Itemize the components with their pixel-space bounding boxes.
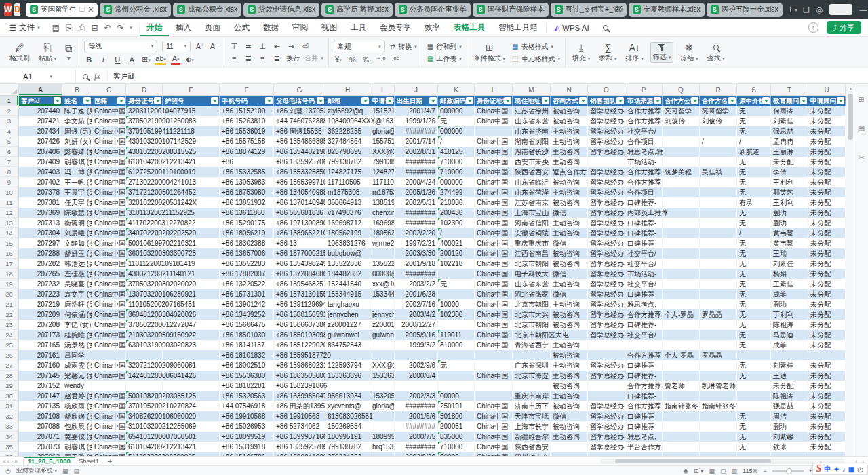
grid-cell-R5[interactable]: /	[700, 136, 737, 147]
column-header-H[interactable]: H	[326, 84, 370, 95]
grid-cell-J33[interactable]: ########	[395, 421, 438, 432]
grid-cell-G32[interactable]: +86 19910568	[274, 411, 326, 421]
grid-cell-T28[interactable]: 王迪	[771, 370, 808, 381]
grid-cell-F4[interactable]: +86 15538019	[220, 126, 274, 136]
grid-cell-T14[interactable]: 黄韦慧	[771, 228, 808, 238]
filter-dropdown-icon[interactable]	[728, 97, 736, 104]
grid-cell-P14[interactable]: 口碑推荐-	[625, 228, 663, 238]
grid-cell-K7[interactable]: 710000	[438, 157, 475, 167]
grid-cell-R23[interactable]	[700, 320, 737, 330]
grid-cell-B8[interactable]: 冯一博 (男	[62, 167, 92, 177]
align-left-icon[interactable]: ≡	[229, 54, 239, 63]
header-cell-H1[interactable]: 邮箱	[326, 96, 370, 106]
grid-cell-G14[interactable]: +86 1389652210	[274, 228, 326, 238]
grid-cell-F13[interactable]: +86 15290175	[220, 218, 274, 228]
grid-cell-L34[interactable]: China中国	[475, 432, 513, 442]
grid-cell-C26[interactable]	[92, 350, 126, 360]
grid-cell-L24[interactable]: China中国	[475, 330, 513, 340]
grid-cell-S27[interactable]: 无	[737, 360, 771, 370]
grid-cell-J18[interactable]: ########	[395, 269, 438, 279]
grid-cell-B11[interactable]: 任天宇 (女	[62, 197, 92, 208]
grid-cell-N7[interactable]: 主动咨询	[551, 157, 588, 167]
column-header-N[interactable]: N	[551, 84, 588, 95]
grid-cell-J29[interactable]	[395, 381, 438, 391]
grid-cell-B4[interactable]: 周煜 (男)	[62, 126, 92, 136]
grid-cell-M26[interactable]	[513, 350, 551, 360]
grid-cell-L27[interactable]	[475, 360, 513, 370]
find-button[interactable]: 查找 ▾	[705, 42, 726, 64]
grid-cell-F23[interactable]: +86 15606475	[220, 320, 274, 330]
grid-cell-F11[interactable]: +86 13851932	[220, 197, 274, 208]
grid-cell-A10[interactable]: 207378	[19, 187, 62, 197]
grid-cell-F28[interactable]: +86 15536380	[220, 370, 274, 381]
column-header-F[interactable]: F	[220, 84, 274, 95]
grid-cell-B23[interactable]: 李忆 (女)	[62, 320, 92, 330]
ime-mode-chinese[interactable]: 中	[824, 464, 831, 474]
grid-cell-T16[interactable]: 王瑞	[771, 248, 808, 259]
grid-cell-G30[interactable]: +86 1339985047	[274, 391, 326, 401]
tab-close-icon[interactable]: ✕	[87, 6, 94, 14]
grid-cell-R7[interactable]	[700, 157, 737, 167]
grid-cell-Q20[interactable]	[663, 289, 700, 299]
filter-dropdown-icon[interactable]	[542, 97, 549, 104]
grid-cell-T30[interactable]: 陈祖涛	[771, 391, 808, 401]
column-header-Q[interactable]: Q	[663, 84, 700, 95]
grid-cell-J7[interactable]: ########	[395, 157, 438, 167]
grid-cell-F17[interactable]: +86 13552283	[220, 259, 274, 269]
grid-cell-M34[interactable]: 新疆维吾尔	[513, 432, 551, 442]
grid-cell-A30[interactable]: 207147	[19, 391, 62, 401]
grid-cell-A4[interactable]: 207434	[19, 126, 62, 136]
grid-cell-K14[interactable]: /	[438, 228, 475, 238]
grid-cell-S29[interactable]	[737, 381, 771, 391]
grid-cell-S11[interactable]: 有录	[737, 197, 771, 208]
grid-cell-G35[interactable]: +86 1335925706	[274, 442, 326, 452]
grid-cell-Q25[interactable]	[663, 340, 700, 350]
grid-cell-T10[interactable]: 郭芙艺	[771, 187, 808, 197]
clear-format-button[interactable]: ⬖▾	[185, 55, 195, 64]
grid-cell-P31[interactable]: 合作方推荐	[625, 401, 663, 411]
grid-cell-U33[interactable]: 未分配	[808, 421, 846, 432]
grid-cell-I20[interactable]: 153344915	[370, 289, 395, 299]
grid-cell-G9[interactable]: +86 1565399710	[274, 177, 326, 187]
grid-cell-G10[interactable]: +86 1340540988	[274, 187, 326, 197]
grid-cell-Q15[interactable]	[663, 238, 700, 248]
grid-cell-S16[interactable]: 无	[737, 248, 771, 259]
grid-cell-G11[interactable]: +86 1370140948	[274, 197, 326, 208]
increase-decimal-button[interactable]: ⁺·⁰	[376, 56, 386, 64]
grid-cell-C11[interactable]: China中国	[92, 197, 126, 208]
print-preview-icon[interactable]: ⊟	[91, 23, 98, 33]
grid-cell-P15[interactable]: 口碑推荐-	[625, 238, 663, 248]
grid-cell-P2[interactable]: 合作方推荐	[625, 106, 663, 116]
grid-cell-U12[interactable]: 未分配	[808, 208, 846, 218]
grid-cell-R12[interactable]	[700, 208, 737, 218]
grid-cell-H8[interactable]: 124827175	[326, 167, 370, 177]
grid-cell-Q11[interactable]	[663, 197, 700, 208]
grid-cell-F36[interactable]: +86 15106786	[220, 452, 274, 456]
document-tab[interactable]: S可过_支付宝+_滴滴	[551, 3, 627, 17]
grid-cell-S19[interactable]: 无	[737, 279, 771, 289]
grid-cell-F20[interactable]: +86 15731301	[220, 289, 274, 299]
menu-item-插入[interactable]: 插入	[169, 19, 198, 36]
scrollbar-thumb[interactable]	[848, 94, 853, 140]
header-cell-U1[interactable]: 申请顾问	[808, 96, 846, 106]
grid-cell-H31[interactable]: xyevents@	[326, 401, 370, 411]
grid-cell-S21[interactable]: 无	[737, 299, 771, 309]
grid-cell-D22[interactable]: 360481200304020026	[126, 309, 163, 320]
grid-cell-G23[interactable]: +86 1506607386	[274, 320, 326, 330]
grid-cell-B25[interactable]: 汤景然 (女	[62, 340, 92, 350]
grid-cell-J28[interactable]: 2000/6/4	[395, 370, 438, 381]
grid-cell-U18[interactable]: 未分配	[808, 269, 846, 279]
grid-cell-N33[interactable]: 被动咨询	[551, 421, 588, 432]
grid-cell-D10[interactable]: 371721200501264452	[126, 187, 163, 197]
grid-cell-M20[interactable]: 河北省张家	[513, 289, 551, 299]
grid-cell-U27[interactable]: 未分配	[808, 360, 846, 370]
grid-cell-K15[interactable]: 400021	[438, 238, 475, 248]
sheet-tab-11_28_5_1000[interactable]: 11_28_5_1000	[24, 457, 75, 466]
row-number[interactable]: 20	[0, 289, 19, 299]
account-avatar[interactable]	[829, 4, 852, 15]
grid-cell-J20[interactable]: 2001/6/28	[395, 289, 438, 299]
grid-cell-R35[interactable]	[700, 442, 737, 452]
grid-cell-R29[interactable]: 凯琳曾老师	[700, 381, 737, 391]
grid-cell-M7[interactable]: 西安市未央	[513, 157, 551, 167]
grid-cell-O11[interactable]: 留学总经办	[588, 197, 625, 208]
